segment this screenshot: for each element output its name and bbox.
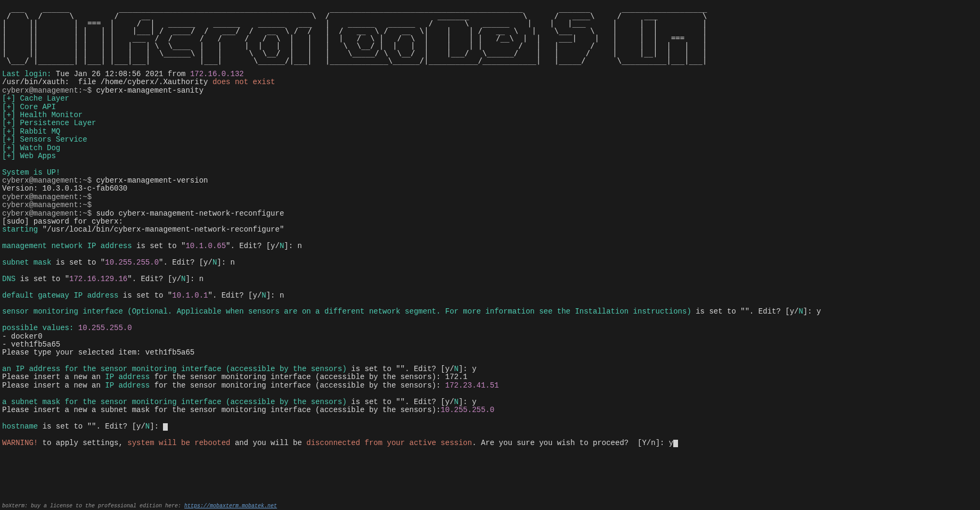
question-dns[interactable]: DNS is set to "172.16.129.16". Edit? [y/… xyxy=(2,275,978,283)
question-subnet[interactable]: subnet mask is set to "10.255.255.0". Ed… xyxy=(2,259,978,267)
check-sensors-service: [+] Sensors Service xyxy=(2,136,978,144)
warning-label: WARNING! xyxy=(2,439,38,447)
insert2-val: 172.23.41.51 xyxy=(445,381,499,390)
q3-label: DNS xyxy=(2,275,15,283)
last-login-label: Last login: xyxy=(2,70,51,78)
question-gateway[interactable]: default gateway IP address is set to "10… xyxy=(2,292,978,300)
selected-item-prompt[interactable]: Please type your selected item: veth1fb5… xyxy=(2,349,978,357)
check-persistence-layer: [+] Persistence Layer xyxy=(2,119,978,127)
possible-val: 10.255.255.0 xyxy=(78,324,132,332)
cursor-icon xyxy=(673,440,678,447)
q1-label: management network IP address xyxy=(2,242,132,250)
last-login-line: Last login: Tue Jan 26 12:08:56 2021 fro… xyxy=(2,70,978,78)
q7-n: N xyxy=(454,398,459,406)
q5-mid: is set to "". Edit? [y/ xyxy=(696,307,798,316)
q2-mid: is set to " xyxy=(56,258,105,267)
q2-mid2: ". Edit? [y/ xyxy=(159,258,213,267)
insert3-text: Please insert a new a subnet mask for th… xyxy=(2,406,440,414)
q3-mid2: ". Edit? [y/ xyxy=(127,275,181,283)
q8-end: ]: xyxy=(150,422,163,431)
check-health-monitor: [+] Health Monitor xyxy=(2,111,978,119)
insert2-hl: IP address xyxy=(105,381,150,390)
q3-n: N xyxy=(181,275,185,283)
prompt-prefix: cyberx@management:~$ xyxy=(2,86,92,95)
check-watch-dog: [+] Watch Dog xyxy=(2,144,978,152)
q5-n: N xyxy=(798,307,803,316)
q6-label: an IP address for the sensor monitoring … xyxy=(2,365,347,373)
q4-val: 10.1.0.1 xyxy=(172,291,208,300)
warning-line[interactable]: WARNING! to apply settings, system will … xyxy=(2,439,978,447)
microsoft-ascii-logo: ___ ______ _____________________________… xyxy=(2,4,978,64)
q6-end: ]: y xyxy=(459,365,477,373)
check-core-api: [+] Core API xyxy=(2,103,978,111)
q4-mid2: ". Edit? [y/ xyxy=(208,291,262,300)
q2-end: ]: n xyxy=(217,258,235,267)
check-cache-layer: [+] Cache Layer xyxy=(2,95,978,103)
q3-mid: is set to " xyxy=(20,275,69,283)
starting-label: starting xyxy=(2,225,38,234)
cursor-icon xyxy=(163,423,168,431)
q2-label: subnet mask xyxy=(2,258,51,267)
question-sensor-iface[interactable]: sensor monitoring interface (Optional. A… xyxy=(2,308,978,316)
q6-n: N xyxy=(454,365,459,373)
footer-link[interactable]: https://mobaxterm.mobatek.net xyxy=(184,503,277,509)
footer-pre: boXterm: buy a license to the profession… xyxy=(2,503,184,509)
prompt-line-4[interactable]: cyberx@management:~$ xyxy=(2,201,978,209)
q2-val: 10.255.255.0 xyxy=(105,258,159,267)
q8-label: hostname xyxy=(2,422,38,431)
check-web-apps: [+] Web Apps xyxy=(2,152,978,160)
q7-mid: is set to "". Edit? [y/ xyxy=(351,398,454,406)
insert2-post: for the sensor monitoring interface (acc… xyxy=(150,381,445,390)
q8-mid: is set to "". Edit? [y/ xyxy=(43,422,145,431)
insert1-pre: Please insert a new an xyxy=(2,373,105,381)
insert-ip-1[interactable]: Please insert a new an IP address for th… xyxy=(2,373,978,381)
q6-mid: is set to "". Edit? [y/ xyxy=(351,365,454,373)
command-reconfigure: sudo cyberx-management-network-reconfigu… xyxy=(96,209,284,218)
q1-end: ]: n xyxy=(284,242,302,250)
check-rabbit-mq: [+] Rabbit MQ xyxy=(2,128,978,136)
last-login-ip: 172.16.0.132 xyxy=(190,70,244,78)
insert2-pre: Please insert a new an xyxy=(2,381,105,390)
q5-label: sensor monitoring interface (Optional. A… xyxy=(2,307,691,316)
q1-mid: is set to " xyxy=(136,242,185,250)
prompt-line-1[interactable]: cyberx@management:~$ cyberx-management-s… xyxy=(2,87,978,95)
q3-end: ]: n xyxy=(186,275,204,283)
q1-mid2: ". Edit? [y/ xyxy=(226,242,280,250)
q4-mid: is set to " xyxy=(123,291,172,300)
option-docker0: - docker0 xyxy=(2,333,978,341)
warn-t3: . Are you sure you wish to proceed? [Y/n… xyxy=(472,439,673,447)
version-output: Version: 10.3.0.13-c-fab6030 xyxy=(2,185,978,193)
starting-line: starting "/usr/local/bin/cyberx-manageme… xyxy=(2,226,978,234)
question-sensor-subnet[interactable]: a subnet mask for the sensor monitoring … xyxy=(2,398,978,406)
insert3-val: 10.255.255.0 xyxy=(440,406,494,414)
q5-end: ]: y xyxy=(803,307,821,316)
q3-val: 172.16.129.16 xyxy=(69,275,127,283)
warn-t2: and you will be xyxy=(230,439,306,447)
option-veth: - veth1fb5a65 xyxy=(2,341,978,349)
prompt-line-5[interactable]: cyberx@management:~$ sudo cyberx-managem… xyxy=(2,210,978,218)
warn-t1: to apply settings, xyxy=(38,439,127,447)
prompt-prefix: cyberx@management:~$ xyxy=(2,201,92,209)
q4-n: N xyxy=(262,291,266,300)
insert-ip-2[interactable]: Please insert a new an IP address for th… xyxy=(2,382,978,390)
starting-path: "/usr/local/bin/cyberx-management-networ… xyxy=(43,225,284,234)
q8-n: N xyxy=(145,422,150,431)
last-login-time: Tue Jan 26 12:08:56 2021 from xyxy=(56,70,186,78)
insert-subnet[interactable]: Please insert a new a subnet mask for th… xyxy=(2,406,978,414)
q4-label: default gateway IP address xyxy=(2,291,118,300)
possible-values: possible values: 10.255.255.0 xyxy=(2,324,978,332)
q7-label: a subnet mask for the sensor monitoring … xyxy=(2,398,347,406)
q7-end: ]: y xyxy=(459,398,477,406)
prompt-line-2[interactable]: cyberx@management:~$ cyberx-management-v… xyxy=(2,177,978,185)
footer-hint: boXterm: buy a license to the profession… xyxy=(2,503,277,509)
possible-label: possible values: xyxy=(2,324,74,332)
prompt-line-3[interactable]: cyberx@management:~$ xyxy=(2,193,978,201)
q1-val: 10.1.0.65 xyxy=(185,242,226,250)
xauth-error: does not exist xyxy=(213,78,275,86)
sudo-password-prompt[interactable]: [sudo] password for cyberx: xyxy=(2,218,978,226)
question-hostname[interactable]: hostname is set to "". Edit? [y/N]: xyxy=(2,423,978,431)
warn-hl1: system will be rebooted xyxy=(127,439,230,447)
prompt-prefix: cyberx@management:~$ xyxy=(2,209,92,218)
question-mgmt-ip[interactable]: management network IP address is set to … xyxy=(2,242,978,250)
question-sensor-ip[interactable]: an IP address for the sensor monitoring … xyxy=(2,365,978,373)
